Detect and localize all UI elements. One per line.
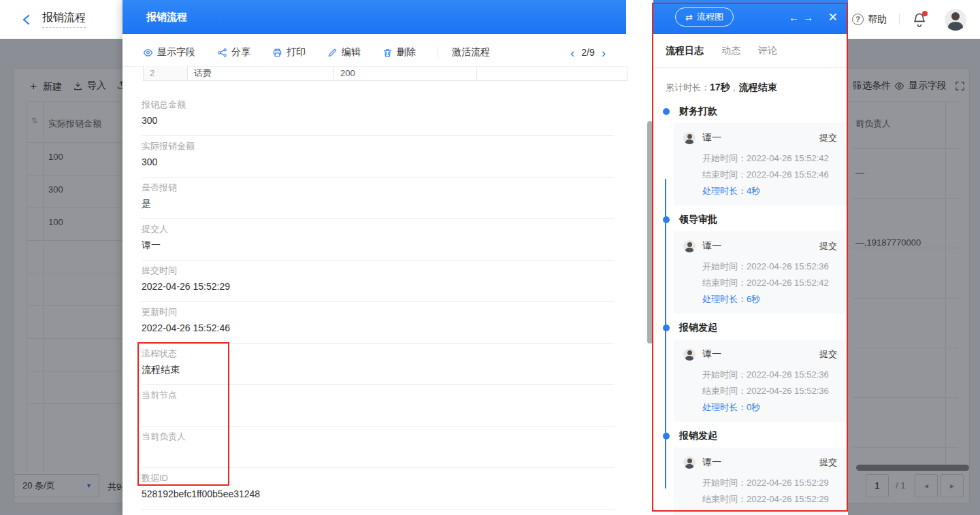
- field-label: 更新时间: [142, 306, 614, 318]
- field-current-owner: 当前负责人: [142, 427, 614, 468]
- timeline-dot: [663, 325, 670, 331]
- field-value: 流程结束: [142, 363, 614, 376]
- timeline-node-reimburse-start-2: 报销发起 谭一 提交 开始时间：2022-04-26 15:52:29 结束时间…: [662, 430, 837, 515]
- panel-nav-arrows: ← →: [787, 0, 815, 34]
- summary-label: 累计时长：: [666, 82, 710, 93]
- toolbar-divider: [438, 47, 438, 58]
- edit-button[interactable]: 编辑: [327, 46, 361, 59]
- back-nav[interactable]: 报销流程: [20, 11, 86, 28]
- start-label: 开始时间：: [702, 261, 747, 271]
- avatar: [683, 240, 696, 252]
- summary-separator: ，: [730, 82, 739, 93]
- share-button[interactable]: 分享: [217, 46, 250, 59]
- page-title: 报销流程: [42, 11, 86, 28]
- node-duration: 处理时长：0秒: [702, 399, 837, 416]
- node-start-time: 开始时间：2022-04-26 15:52:42: [702, 150, 837, 167]
- prev-record-icon[interactable]: ‹: [566, 46, 578, 59]
- end-value: 2022-04-26 15:52:36: [747, 386, 829, 396]
- timeline-dot: [663, 433, 670, 439]
- node-name: 报销发起: [679, 430, 837, 441]
- node-duration: 处理时长：6秒: [702, 291, 837, 308]
- field-value: 2022-04-26 15:52:46: [142, 322, 614, 335]
- display-fields-label: 显示字段: [157, 46, 195, 59]
- delete-button[interactable]: 删除: [382, 46, 416, 59]
- summary-duration: 17秒: [710, 82, 730, 93]
- field-label: 是否报销: [142, 182, 614, 193]
- field-data-id: 数据ID 528192befc1ff00b5ee31248: [142, 468, 614, 510]
- node-end-time: 结束时间：2022-04-26 15:52:42: [702, 275, 837, 291]
- tab-comments[interactable]: 评论: [758, 45, 777, 57]
- detail-form: 报销总金额 300 实际报销金额 300 是否报销 是 提交人 谭一 提交时间 …: [142, 95, 614, 510]
- activate-flow-button[interactable]: 激活流程: [452, 46, 490, 59]
- start-value: 2022-04-26 15:52:42: [747, 153, 829, 163]
- back-icon[interactable]: [20, 14, 33, 26]
- avatar: [683, 348, 696, 361]
- tab-flow-log[interactable]: 流程日志: [666, 45, 704, 57]
- record-pager: ‹ 2/9 ›: [566, 39, 610, 66]
- field-label: 提交人: [142, 223, 614, 235]
- field-value: 2022-04-26 15:52:29: [142, 280, 614, 293]
- duration-label: 处理时长：: [702, 402, 747, 412]
- end-label: 结束时间：: [702, 494, 747, 504]
- notification-dot: [922, 11, 928, 16]
- display-fields-button[interactable]: 显示字段: [143, 46, 195, 59]
- subtable-cell: 200: [334, 66, 477, 80]
- node-card: 谭一 提交 开始时间：2022-04-26 15:52:29 结束时间：2022…: [674, 448, 845, 515]
- modal-header: 报销流程: [122, 0, 626, 34]
- node-user: 谭一: [702, 132, 819, 144]
- field-label: 流程状态: [142, 348, 614, 359]
- field-is-reimbursed: 是否报销 是: [142, 178, 614, 219]
- field-value: 300: [142, 114, 614, 127]
- print-button[interactable]: 打印: [272, 46, 306, 59]
- node-action: 提交: [819, 456, 837, 469]
- close-icon[interactable]: ✕: [828, 0, 838, 34]
- flow-log-panel: ⇄ 流程图 ← → ✕ 流程日志 动态 评论 累计时长：17秒，流程结束 财务打…: [653, 0, 848, 515]
- node-name: 财务打款: [679, 105, 837, 116]
- screen: 报销流程 ? 帮助 ＋ 新建 导入 筛选条件: [0, 0, 980, 515]
- field-value: [142, 446, 614, 459]
- duration-label: 处理时长：: [702, 186, 747, 196]
- tab-activity[interactable]: 动态: [721, 45, 740, 57]
- start-value: 2022-04-26 15:52:29: [747, 478, 829, 488]
- flow-chart-button[interactable]: ⇄ 流程图: [675, 7, 734, 27]
- field-value: 谭一: [142, 239, 614, 252]
- field-flow-status: 流程状态 流程结束: [142, 344, 614, 385]
- arrow-left-icon[interactable]: ←: [787, 12, 801, 23]
- field-label: 实际报销金额: [142, 140, 614, 152]
- node-end-time: 结束时间：2022-04-26 15:52:29: [702, 491, 837, 508]
- duration-label: 处理时长：: [702, 294, 747, 304]
- notification-bell-icon[interactable]: [912, 12, 927, 27]
- flow-log-body: 累计时长：17秒，流程结束 财务打款 谭一 提交 开始时间：2022-04-26…: [653, 68, 848, 515]
- field-actual-amount: 实际报销金额 300: [142, 136, 614, 178]
- help-icon[interactable]: ?: [852, 14, 864, 25]
- node-name: 领导审批: [679, 214, 837, 225]
- modal-vertical-scrollbar[interactable]: [647, 121, 653, 344]
- node-end-time: 结束时间：2022-04-26 15:52:36: [702, 383, 837, 399]
- end-label: 结束时间：: [702, 386, 747, 396]
- field-current-node: 当前节点: [142, 385, 614, 427]
- avatar: [683, 132, 696, 144]
- node-action: 提交: [819, 348, 837, 361]
- avatar: [683, 456, 696, 469]
- help-label[interactable]: 帮助: [868, 14, 887, 26]
- panel-header: ⇄ 流程图 ← → ✕: [653, 0, 848, 34]
- header-divider: [899, 14, 900, 24]
- node-user: 谭一: [702, 456, 819, 469]
- next-record-icon[interactable]: ›: [598, 46, 610, 59]
- field-total-amount: 报销总金额 300: [142, 95, 614, 136]
- field-submit-time: 提交时间 2022-04-26 15:52:29: [142, 261, 614, 302]
- delete-label: 删除: [397, 46, 416, 59]
- field-label: 当前负责人: [142, 431, 614, 442]
- node-start-time: 开始时间：2022-04-26 15:52:29: [702, 475, 837, 491]
- duration-value: 4秒: [747, 186, 760, 196]
- panel-tabs: 流程日志 动态 评论: [653, 34, 848, 68]
- node-start-time: 开始时间：2022-04-26 15:52:36: [702, 367, 837, 383]
- avatar[interactable]: [945, 9, 966, 31]
- field-label: 提交时间: [142, 265, 614, 276]
- duration-value: 6秒: [747, 294, 760, 304]
- node-card: 谭一 提交 开始时间：2022-04-26 15:52:42 结束时间：2022…: [674, 123, 845, 205]
- arrow-right-icon[interactable]: →: [801, 12, 815, 23]
- end-label: 结束时间：: [702, 169, 747, 180]
- node-end-time: 结束时间：2022-04-26 15:52:46: [702, 167, 837, 183]
- subtable-index-cell: 2: [144, 66, 188, 80]
